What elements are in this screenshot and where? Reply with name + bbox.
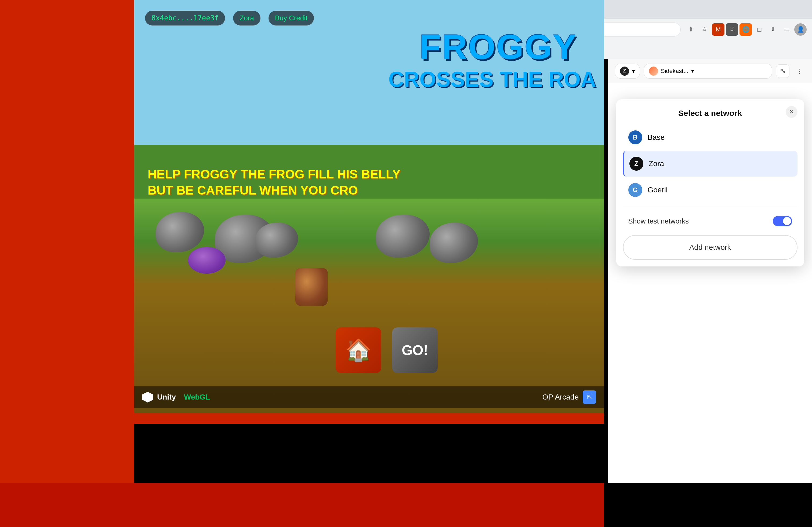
wallet-address-display: 0x4ebc....17ee3f [145, 11, 225, 26]
game-hud: 0x4ebc....17ee3f Zora Buy Credit [145, 11, 314, 26]
network-name-base: Base [648, 133, 665, 142]
account-avatar-icon [649, 66, 658, 76]
purple-object [188, 247, 226, 274]
modal-close-button[interactable]: ✕ [786, 106, 798, 118]
network-item-base[interactable]: B Base [623, 124, 798, 150]
account-name: Sidekast... [661, 67, 688, 75]
fullscreen-button[interactable]: ⇱ [583, 390, 596, 404]
extension-btn-1[interactable]: M [712, 23, 724, 36]
chevron-down-icon: ▾ [632, 67, 635, 75]
modal-divider [623, 207, 798, 207]
modal-body: B Base Z Zora G Goerli [616, 124, 804, 267]
modal-header: Select a network ✕ [616, 99, 804, 124]
op-arcade-label: OP Arcade ⇱ [542, 390, 596, 404]
network-list: B Base Z Zora G Goerli [623, 124, 798, 203]
modal-title: Select a network [678, 109, 742, 118]
game-bottom-bar: Unity WebGL OP Arcade ⇱ [134, 387, 604, 408]
add-network-button[interactable]: Add network [623, 235, 798, 260]
unity-logo: Unity [142, 392, 176, 403]
wallet-connect-button[interactable] [776, 64, 789, 78]
account-chevron-icon: ▾ [691, 67, 694, 75]
show-test-label: Show test networks [628, 217, 689, 225]
network-badge: Z [620, 66, 629, 76]
go-button[interactable]: GO! [392, 327, 438, 373]
puzzle-button[interactable]: ◻ [753, 23, 766, 36]
buy-credit-button[interactable]: Buy Credit [269, 11, 314, 26]
wallet-more-button[interactable]: ⋮ [794, 65, 805, 77]
download-button[interactable]: ⇓ [767, 23, 779, 36]
game-subtitle: CROSSES THE ROA [389, 67, 596, 92]
test-networks-toggle[interactable] [773, 216, 792, 226]
red-background-bottom [0, 483, 604, 527]
profile-button[interactable]: 👤 [794, 23, 807, 36]
svg-point-1 [783, 71, 785, 73]
network-selector-button[interactable]: Z ▾ [615, 64, 640, 79]
wallet-panel: Z ▾ Sidekast... ▾ ⋮ Select a network ✕ [608, 59, 812, 483]
network-badge-zora: Z [629, 157, 643, 171]
extension-btn-2[interactable]: ⚔ [726, 23, 738, 36]
nav-actions: ⇧ ☆ M ⚔ 🌐 ◻ ⇓ ▭ 👤 [685, 23, 807, 36]
network-badge-goerli: G [628, 183, 642, 197]
network-name-goerli: Goerli [648, 186, 668, 194]
svg-point-0 [781, 69, 782, 71]
connect-icon [780, 68, 786, 74]
store-icon[interactable]: 🏠 [336, 327, 381, 373]
extension-btn-3[interactable]: 🌐 [740, 23, 752, 36]
toggle-knob [783, 217, 791, 225]
webgl-label: WebGL [184, 393, 210, 402]
network-item-zora[interactable]: Z Zora [623, 151, 798, 177]
game-canvas: 0x4ebc....17ee3f Zora Buy Credit FROGGY … [134, 0, 604, 413]
network-badge-base: B [628, 131, 642, 144]
wallet-header: Z ▾ Sidekast... ▾ ⋮ [608, 59, 812, 83]
barrel [295, 268, 328, 306]
wallet-body: Select a network ✕ B Base Z Zora [608, 83, 812, 483]
svg-line-2 [782, 71, 783, 71]
network-name-zora: Zora [649, 160, 664, 168]
network-selection-modal: Select a network ✕ B Base Z Zora [616, 99, 804, 267]
unity-cube-icon [142, 392, 153, 403]
game-help-text: HELP FROGGY THE FROG FILL HIS BELLY BUT … [148, 166, 400, 199]
network-display: Zora [233, 11, 260, 26]
game-bottom-icons: 🏠 GO! [336, 327, 438, 373]
game-title: FROGGY [420, 27, 577, 67]
share-button[interactable]: ⇧ [685, 23, 697, 36]
account-selector-button[interactable]: Sidekast... ▾ [644, 64, 772, 79]
sidebar-button[interactable]: ▭ [781, 23, 793, 36]
game-area: 0x4ebc....17ee3f Zora Buy Credit FROGGY … [0, 0, 604, 424]
bookmark-button[interactable]: ☆ [698, 23, 711, 36]
show-test-networks-row: Show test networks [623, 211, 798, 231]
network-item-goerli[interactable]: G Goerli [623, 177, 798, 203]
game-ground [134, 199, 604, 413]
